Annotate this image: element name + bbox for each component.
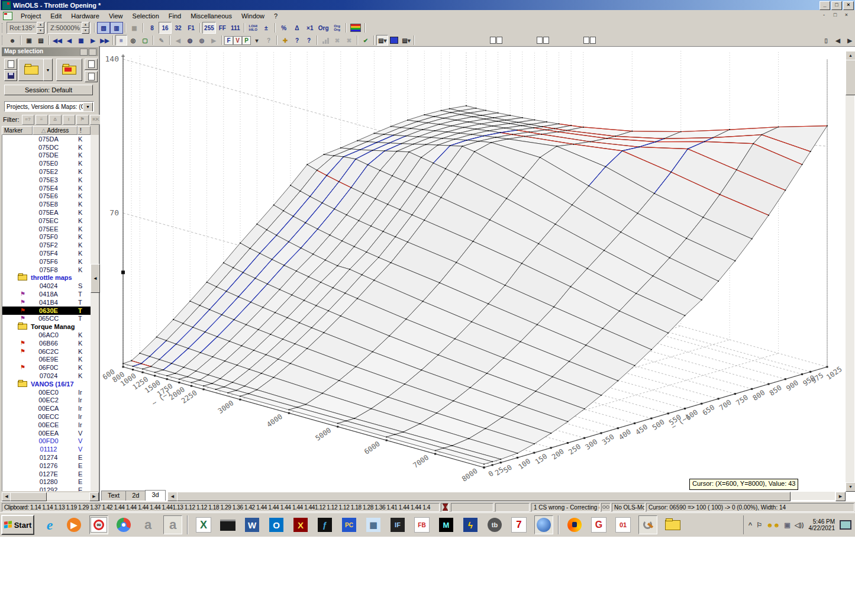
filter-values-button[interactable]: ≡ xyxy=(36,115,48,125)
menu-miscellaneous[interactable]: Miscellaneous xyxy=(186,11,237,21)
map-row[interactable]: ⚑0418AT xyxy=(2,290,91,298)
dongle-keys-button[interactable]: ✚ xyxy=(279,35,291,46)
help-button[interactable]: ? xyxy=(291,35,303,46)
wrench-settings-shortcut[interactable] xyxy=(638,515,657,534)
row-mode-dropdown-button[interactable]: ▤▾ xyxy=(400,35,412,46)
color-scale-button[interactable] xyxy=(349,22,363,34)
column-header-address[interactable]: △ Address xyxy=(33,126,78,135)
menu-selection[interactable]: Selection xyxy=(128,11,164,21)
firefox-lockwise-shortcut[interactable] xyxy=(566,516,583,534)
internet-explorer-shortcut[interactable]: e xyxy=(41,516,59,534)
version-next-button[interactable]: ▶ xyxy=(208,35,220,46)
close-button[interactable]: × xyxy=(843,1,854,10)
nav-next-map-button[interactable]: ▶ xyxy=(87,35,99,46)
toolbar-grip-2[interactable] xyxy=(2,36,4,45)
hexdump-edit-button[interactable]: ✖ xyxy=(331,35,343,46)
show-mode-dropdown-button[interactable]: ▾ xyxy=(251,35,263,46)
show-percent-button[interactable]: P xyxy=(242,36,251,45)
statistics-button[interactable] xyxy=(320,35,331,46)
preview-window-button[interactable]: ◎ xyxy=(127,35,139,46)
script-log-button[interactable]: ▢ xyxy=(139,35,151,46)
title-bar[interactable]: WinOLS - Throttle Opening * _□× xyxy=(1,0,855,10)
map-row[interactable]: ⚑0630ET xyxy=(2,307,91,315)
map-list[interactable]: 075DAK075DCK075DEK075E0K075E2K075E3K075E… xyxy=(2,135,91,491)
tab-2d[interactable]: 2d xyxy=(125,491,146,501)
context-help-button[interactable]: ? xyxy=(303,35,315,46)
map-row[interactable]: 075ECK xyxy=(2,217,91,225)
precision-16-button[interactable]: 16 xyxy=(159,22,172,34)
plot-vscroll-down[interactable]: ▼ xyxy=(846,482,855,492)
menu-project[interactable]: Project xyxy=(16,11,46,21)
view-2d-mode-button[interactable]: ▧ xyxy=(97,22,110,34)
map-selection-titlebar[interactable]: Map selection xyxy=(2,47,98,56)
chip-flasher-shortcut[interactable]: FB xyxy=(413,516,431,534)
map-row[interactable]: 0127EE xyxy=(2,470,91,478)
menu-window[interactable]: Window xyxy=(237,11,269,21)
map-row[interactable]: 075DCK xyxy=(2,143,91,151)
chrome-shortcut[interactable] xyxy=(115,516,133,534)
minimize-button[interactable]: _ xyxy=(819,1,830,10)
g-media-player-shortcut[interactable]: G xyxy=(590,516,608,534)
menu-find[interactable]: Find xyxy=(164,11,186,21)
map-row[interactable]: 01280E xyxy=(2,478,91,486)
map-row[interactable]: 01276E xyxy=(2,462,91,470)
media-player-shortcut[interactable]: ▶ xyxy=(65,516,83,534)
precision-f1-button[interactable]: F1 xyxy=(185,22,198,34)
network-status-icon[interactable]: ▣ xyxy=(784,521,790,529)
delta-button[interactable]: Δ xyxy=(291,22,304,34)
map-folder-row[interactable]: Torque Manag xyxy=(2,322,91,331)
map-row[interactable]: 00FD0V xyxy=(2,437,91,445)
tab-scroll-left[interactable]: ◀ xyxy=(167,492,178,501)
column-header-marker[interactable]: Marker xyxy=(2,126,33,135)
checksum-project-button[interactable] xyxy=(56,59,82,81)
display-255-button[interactable]: 255 xyxy=(202,22,216,34)
tab-text[interactable]: Text xyxy=(101,491,126,501)
map-row[interactable]: 075DEK xyxy=(2,151,91,160)
menu-view[interactable]: View xyxy=(104,11,128,21)
signed-button[interactable]: ± xyxy=(260,22,273,34)
import-map-button[interactable] xyxy=(85,59,98,70)
checksum-ok-button[interactable]: ✔ xyxy=(360,35,372,46)
scroll-toolbar-left-button[interactable]: ◀ xyxy=(832,35,844,46)
lohi-hilo-button[interactable]: LOHI HILO xyxy=(247,22,260,34)
map-list-hscroll-thumb[interactable] xyxy=(10,492,47,501)
tunerbase-shortcut[interactable]: tb xyxy=(486,516,504,534)
winols-roadsign-shortcut[interactable]: ∞ xyxy=(89,515,108,534)
column-header-[interactable]: ! xyxy=(78,126,91,135)
session-button[interactable]: Session: Default xyxy=(4,85,93,95)
precision-32-button[interactable]: 32 xyxy=(172,22,185,34)
map-row[interactable]: 01112V xyxy=(2,445,91,453)
map-row[interactable]: 075F2K xyxy=(2,241,91,249)
user-accounts-icon[interactable]: ☻☻ xyxy=(766,521,780,528)
map-3d-plot[interactable]: 6008001000125015001750200022503000400050… xyxy=(101,51,845,491)
selection-color-button[interactable] xyxy=(388,35,400,46)
panel-close-button[interactable] xyxy=(89,49,96,56)
signature-tool-button[interactable]: ✎ xyxy=(156,35,167,46)
map-row[interactable]: 075E2K xyxy=(2,167,91,176)
open-project-button[interactable] xyxy=(18,59,44,81)
map-row[interactable]: 075F8K xyxy=(2,266,91,274)
map-row[interactable]: 07024K xyxy=(2,372,91,380)
damos-editor-1-shortcut[interactable]: a xyxy=(139,516,157,534)
browser-globe-shortcut[interactable] xyxy=(534,515,553,534)
filter-flag-button[interactable]: ⚑ xyxy=(76,115,89,125)
plot-vscrollbar[interactable] xyxy=(846,51,854,491)
map-folder-row[interactable]: throttle maps xyxy=(2,274,91,282)
seven-zip-flag-shortcut[interactable]: 7 xyxy=(510,516,528,534)
map-row[interactable]: ⚑041B4T xyxy=(2,298,91,307)
surface-3d-svg[interactable]: 6008001000125015001750200022503000400050… xyxy=(101,51,845,491)
rotation-field[interactable]: Rot:135° ▲▼ xyxy=(7,22,46,34)
map-folder-row[interactable]: VANOS (16/17 xyxy=(2,380,91,388)
menu-edit[interactable]: Edit xyxy=(46,11,66,21)
original-button[interactable]: Org xyxy=(317,22,331,34)
map-row[interactable]: 06AC0K xyxy=(2,331,91,339)
map-row[interactable]: 075EEK xyxy=(2,225,91,233)
display-ff-button[interactable]: FF xyxy=(216,22,229,34)
menu-hardware[interactable]: Hardware xyxy=(66,11,104,21)
show-values-button[interactable]: V xyxy=(233,36,242,45)
map-row[interactable]: 01274E xyxy=(2,453,91,462)
map-row[interactable]: ⚑06F0CK xyxy=(2,363,91,372)
map-row[interactable]: 075EAK xyxy=(2,208,91,217)
signature-app-shortcut[interactable]: ƒ xyxy=(316,516,334,534)
excel-shortcut[interactable]: X xyxy=(195,516,212,534)
